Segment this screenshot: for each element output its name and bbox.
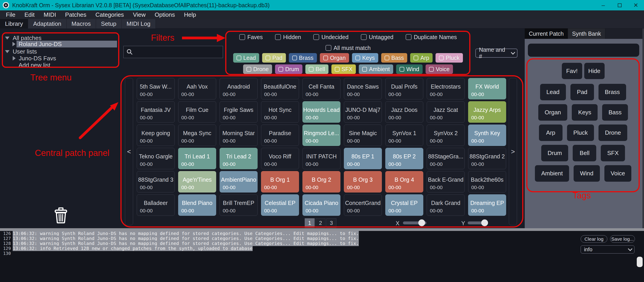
log-scrollbar-thumb[interactable] [637,257,643,267]
patch-tile[interactable]: Film Cue00-00 [178,101,216,123]
category-chip-wind[interactable]: Wind [396,64,422,74]
patch-tile[interactable]: 80s EP 200-00 [385,148,423,169]
patch-tile[interactable]: Cell Fanta00-00 [302,78,340,99]
filter-undecided[interactable]: Undecided [313,34,348,40]
clear-log-button[interactable]: Clear log [580,235,607,243]
patch-tile[interactable]: Tri Lead 100-00 [178,148,216,169]
category-chip-bass[interactable]: Bass [381,53,408,63]
patch-tile[interactable]: Blend Piano00-00 [178,194,216,216]
filter-duplicate-names[interactable]: Duplicate Names [406,34,457,40]
patch-tile[interactable]: Celestial EP00-00 [261,194,299,216]
tree-item-juno-ds-favs[interactable]: Juno-DS Favs [13,55,56,62]
tag-button-keys[interactable]: Keys [572,104,598,121]
patch-tile[interactable]: Synth Key00-00 [468,125,506,146]
trash-icon[interactable] [54,207,68,224]
minimize-icon[interactable]: – [595,0,612,10]
tag-button-brass[interactable]: Brass [598,84,626,100]
right-tab-current-patch[interactable]: Current Patch [525,28,568,39]
tag-button-lead[interactable]: Lead [540,84,566,100]
patch-tile[interactable]: Dark Grand00-00 [427,194,465,216]
tag-button-wind[interactable]: Wind [574,165,600,182]
category-chip-lead[interactable]: Lead [233,53,260,63]
category-chip-checkbox[interactable] [266,56,270,60]
patch-tile[interactable]: Back2the60s00-00 [468,171,506,192]
category-chip-checkbox[interactable] [292,56,297,60]
category-chip-organ[interactable]: Organ [320,53,349,63]
category-chip-checkbox[interactable] [236,56,241,60]
maximize-icon[interactable] [612,0,628,10]
patch-tile[interactable]: 88StageGra...00-00 [427,148,465,169]
all-must-match-checkbox[interactable] [326,45,332,51]
tag-button-arp[interactable]: Arp [539,125,562,141]
patch-tile[interactable]: 88StgGrand 300-00 [137,171,175,192]
patch-tile[interactable]: Aah Vox00-00 [178,78,216,99]
next-page-arrow[interactable]: > [509,78,517,225]
tag-button-ambient[interactable]: Ambient [535,165,569,182]
tag-button-pluck[interactable]: Pluck [567,125,594,141]
tree-item-roland-juno-ds[interactable]: Roland Juno-DS [16,41,117,47]
category-chip-checkbox[interactable] [400,67,404,72]
menu-item-patches[interactable]: Patches [61,10,91,19]
menu-item-categories[interactable]: Categories [91,10,128,19]
patch-tile[interactable]: SynVox 200-00 [427,125,465,146]
filter-checkbox[interactable] [406,34,412,40]
patch-tile[interactable]: Ringmod Le...00-00 [302,125,340,146]
tree-item-add-new-list[interactable]: Add new list [18,62,50,68]
menu-item-help[interactable]: Help [180,10,200,19]
tab-adaptation[interactable]: Adaptation [28,19,66,28]
tag-button-drum[interactable]: Drum [541,145,568,161]
patch-tile[interactable]: Dual Profs00-00 [385,78,423,99]
patch-tile[interactable]: 80s EP 100-00 [344,148,382,169]
tag-button-drone[interactable]: Drone [598,125,627,141]
menu-item-options[interactable]: Options [150,10,180,19]
patch-tile[interactable]: Paradise00-00 [261,125,299,146]
category-chip-pad[interactable]: Pad [262,53,286,63]
filter-untagged[interactable]: Untagged [361,34,394,40]
patch-tile[interactable]: Voco Riff00-00 [261,148,299,169]
filter-checkbox[interactable] [313,34,319,40]
category-chip-checkbox[interactable] [246,67,251,72]
tag-button-sfx[interactable]: SFX [601,145,625,161]
menu-item-view[interactable]: View [128,10,150,19]
patch-tile[interactable]: Fantasia JV00-00 [137,101,175,123]
filter-hidden[interactable]: Hidden [275,34,301,40]
patch-tile[interactable]: B Org 100-00 [261,171,299,192]
patch-tile[interactable]: B Org 300-00 [344,171,382,192]
log-level-dropdown[interactable]: info [580,245,634,254]
patch-tile[interactable]: Jazz Doos00-00 [385,101,423,123]
category-chip-checkbox[interactable] [439,56,444,60]
category-chip-drum[interactable]: Drum [275,64,302,74]
patch-tile[interactable]: Electrostars00-00 [427,78,465,99]
patch-tile[interactable]: JUNO-D Maj700-00 [344,101,382,123]
triangle-down-icon[interactable] [5,37,10,39]
fav-button[interactable]: Fav! [562,63,582,79]
category-chip-checkbox[interactable] [362,67,367,72]
patch-tile[interactable]: Keep going00-00 [137,125,175,146]
filter-checkbox[interactable] [239,34,245,40]
patch-tile[interactable]: Balladeer00-00 [137,194,175,216]
triangle-right-icon[interactable] [12,42,16,46]
prev-page-arrow[interactable]: < [125,78,133,225]
patch-tile[interactable]: Frgile Saws00-00 [220,101,258,123]
tag-button-voice[interactable]: Voice [604,165,632,182]
patch-tile[interactable]: FX World00-00 [468,78,506,99]
category-chip-bell[interactable]: Bell [305,64,328,74]
category-chip-checkbox[interactable] [323,56,328,60]
category-chip-brass[interactable]: Brass [289,53,317,63]
page-button-1[interactable]: 1 [305,218,315,228]
right-tab-synth-bank[interactable]: Synth Bank [568,28,605,39]
right-panel-scrollbar[interactable] [642,28,644,231]
category-chip-pluck[interactable]: Pluck [436,53,463,63]
page-button-3[interactable]: 3 [326,218,336,228]
category-chip-arp[interactable]: Arp [410,53,432,63]
x-slider-handle[interactable] [418,219,425,226]
tag-button-pad[interactable]: Pad [570,84,594,100]
category-chip-checkbox[interactable] [335,67,340,72]
y-slider-handle[interactable] [481,219,488,226]
patch-tile[interactable]: Tekno Gargle00-00 [137,148,175,169]
category-chip-checkbox[interactable] [278,67,283,72]
patch-tile[interactable]: Anadroid00-00 [220,78,258,99]
patch-tile[interactable]: Tri Lead 200-00 [220,148,258,169]
menu-item-file[interactable]: File [1,10,20,19]
patch-tile[interactable]: SynVox 100-00 [385,125,423,146]
